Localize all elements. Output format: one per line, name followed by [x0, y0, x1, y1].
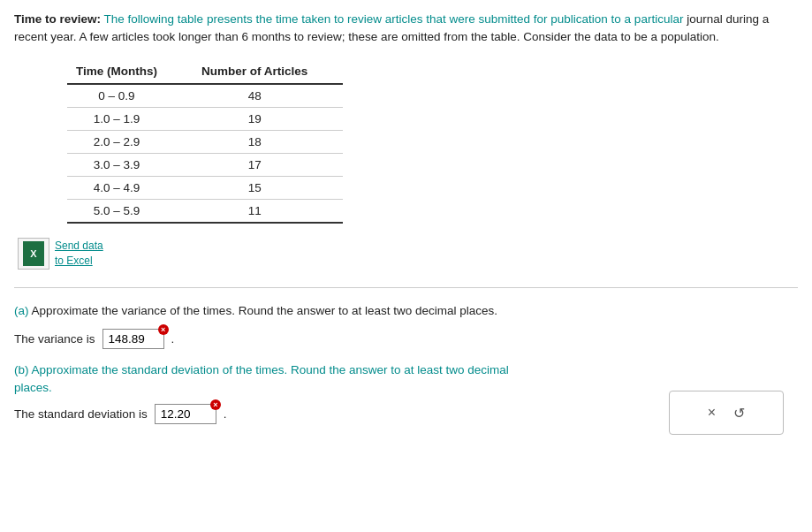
part-a-input[interactable]: [102, 329, 164, 349]
table-cell-count: 48: [193, 84, 343, 108]
table-cell-count: 11: [193, 199, 343, 223]
reset-icon: ↺: [733, 405, 745, 422]
table-cell-time: 2.0 – 2.9: [67, 130, 193, 153]
table-row: 2.0 – 2.918: [67, 130, 343, 153]
col2-header: Number of Articles: [193, 61, 343, 84]
excel-icon-inner: X: [23, 241, 44, 266]
table-cell-time: 3.0 – 3.9: [67, 153, 193, 176]
excel-label-line2: to Excel: [55, 255, 93, 267]
part-b-error-dot: ×: [210, 399, 221, 410]
table-row: 5.0 – 5.911: [67, 199, 343, 223]
part-b-suffix: .: [224, 407, 227, 421]
excel-letter: X: [30, 248, 36, 259]
part-a-question: (a) Approximate the variance of the time…: [14, 302, 798, 320]
part-a-answer-row: The variance is × .: [14, 329, 798, 349]
divider: [14, 287, 798, 288]
part-a-prefix: The variance is: [14, 332, 95, 346]
part-b-prefix: The standard deviation is: [14, 407, 148, 421]
close-button[interactable]: ×: [708, 405, 716, 421]
part-a-question-text: Approximate the variance of the times. R…: [32, 304, 498, 317]
part-b-question-plain: places.: [14, 381, 52, 394]
part-a-error-dot: ×: [158, 324, 169, 335]
intro-teal-text: The following table presents the time ta…: [104, 12, 684, 26]
table-row: 3.0 – 3.917: [67, 153, 343, 176]
table-cell-time: 4.0 – 4.9: [67, 176, 193, 199]
table-cell-time: 0 – 0.9: [67, 84, 193, 108]
data-table: Time (Months) Number of Articles 0 – 0.9…: [67, 61, 343, 224]
intro-paragraph: Time to review: The following table pres…: [14, 11, 798, 47]
excel-icon: X: [18, 238, 49, 270]
close-icon: ×: [708, 405, 716, 421]
intro-label: Time to review:: [14, 12, 101, 26]
part-b-input-wrapper: ×: [155, 404, 216, 424]
table-row: 4.0 – 4.915: [67, 176, 343, 199]
part-a-suffix: .: [171, 332, 175, 346]
action-box: × ↺: [669, 391, 784, 435]
table-cell-count: 19: [193, 107, 343, 130]
part-a-label: (a): [14, 304, 29, 317]
table-row: 0 – 0.948: [67, 84, 343, 108]
reset-button[interactable]: ↺: [733, 405, 745, 422]
table-row: 1.0 – 1.919: [67, 107, 343, 130]
part-a-input-wrapper: ×: [102, 329, 164, 349]
table-cell-count: 18: [193, 130, 343, 153]
table-cell-count: 15: [193, 176, 343, 199]
part-b-question-teal: Approximate the standard deviation of th…: [32, 363, 509, 376]
table-cell-time: 5.0 – 5.9: [67, 199, 193, 223]
data-table-section: Time (Months) Number of Articles 0 – 0.9…: [14, 61, 798, 224]
col1-header: Time (Months): [67, 61, 193, 84]
table-cell-count: 17: [193, 153, 343, 176]
excel-link[interactable]: Send data to Excel: [55, 239, 103, 269]
excel-section[interactable]: X Send data to Excel: [18, 238, 798, 270]
part-b-label: (b): [14, 363, 29, 376]
part-b-input[interactable]: [155, 404, 216, 424]
table-cell-time: 1.0 – 1.9: [67, 107, 193, 130]
excel-label-line1: Send data: [55, 239, 103, 252]
